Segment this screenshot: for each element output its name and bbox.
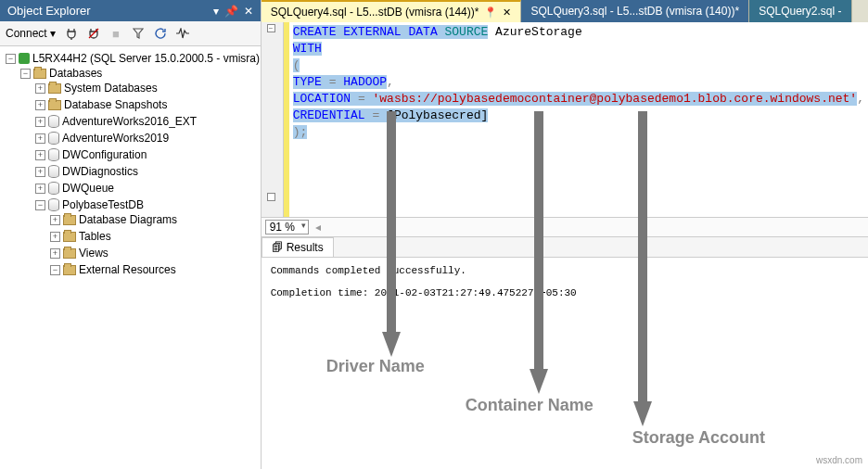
results-completion-time: Completion time: 2021-02-03T21:27:49.475…	[271, 287, 859, 298]
tab-active[interactable]: SQLQuery4.sql - L5...stDB (vmisra (144))…	[262, 0, 522, 22]
filter-icon[interactable]	[130, 25, 147, 42]
arrow-storage	[629, 111, 657, 431]
expand-icon[interactable]: +	[35, 150, 45, 160]
tree-label: AdventureWorks2019	[62, 132, 169, 145]
database-icon	[48, 182, 59, 195]
tree-item[interactable]: +AdventureWorks2016_EXT	[35, 115, 197, 128]
expand-icon[interactable]: +	[50, 248, 60, 259]
tree-label: Database Diagrams	[79, 213, 177, 226]
tree-label: Tables	[79, 230, 111, 243]
databases-label: Databases	[49, 67, 102, 80]
pin-icon[interactable]: 📍	[484, 6, 497, 19]
code-token: =	[358, 92, 365, 106]
folder-icon	[48, 100, 61, 110]
tree-item[interactable]: +DWDiagnostics	[35, 165, 138, 178]
expand-icon[interactable]: +	[35, 167, 45, 177]
tree-item[interactable]: +Database Snapshots	[35, 98, 167, 111]
tree-item[interactable]: +DWConfiguration	[35, 148, 147, 161]
plug-connect-icon[interactable]	[63, 25, 80, 42]
tree-item[interactable]: +DWQueue	[35, 182, 114, 195]
code-token: (	[293, 58, 300, 72]
folder-icon	[63, 215, 76, 225]
editor-region: SQLQuery4.sql - L5...stDB (vmisra (144))…	[262, 0, 868, 469]
fold-end-icon	[267, 193, 275, 201]
folder-icon	[63, 248, 76, 259]
expand-icon[interactable]: +	[35, 184, 45, 194]
tree-item[interactable]: +Views	[50, 247, 108, 260]
expand-icon[interactable]: +	[35, 100, 45, 110]
folder-icon	[63, 232, 76, 242]
scroll-left-icon[interactable]: ◂	[313, 221, 324, 234]
results-tab[interactable]: 🗐 Results	[262, 237, 334, 257]
close-icon[interactable]: ✕	[244, 5, 253, 18]
svg-marker-1	[382, 332, 401, 357]
tree-item[interactable]: −External Resources	[50, 263, 176, 276]
object-tree[interactable]: − L5RX44H2 (SQL Server 15.0.2000.5 - vmi…	[0, 46, 261, 469]
code-token: ,	[857, 92, 864, 106]
server-label: L5RX44H2 (SQL Server 15.0.2000.5 - vmisr…	[32, 52, 260, 65]
tab-inactive[interactable]: SQLQuery3.sql - L5...stDB (vmisra (140))…	[521, 0, 749, 22]
tree-label: DWQueue	[62, 182, 114, 195]
connect-button[interactable]: Connect ▾	[6, 27, 56, 40]
sql-editor[interactable]: − CREATE EXTERNAL DATA SOURCE AzureStora…	[262, 22, 868, 217]
fold-icon[interactable]: −	[267, 24, 275, 32]
expand-icon[interactable]: +	[50, 215, 60, 225]
tree-item[interactable]: +Database Diagrams	[50, 213, 177, 226]
code-token: CREATE EXTERNAL DATA	[293, 25, 438, 39]
zoom-select[interactable]: 91 %	[265, 220, 309, 234]
tree-label: DWDiagnostics	[62, 165, 138, 178]
zoom-bar: 91 % ◂	[262, 217, 868, 237]
dropdown-icon[interactable]: ▾	[213, 5, 219, 18]
arrow-container	[525, 111, 553, 399]
collapse-icon[interactable]: −	[35, 200, 45, 210]
code-token: SOURCE	[438, 25, 489, 39]
connect-toolbar: Connect ▾ ■	[0, 21, 261, 46]
results-tabs: 🗐 Results	[262, 237, 868, 258]
tree-label: PolybaseTestDB	[62, 198, 144, 211]
stop-icon[interactable]: ■	[108, 25, 124, 42]
results-tab-label: Results	[287, 241, 324, 254]
database-icon	[48, 165, 59, 178]
tab-label: SQLQuery2.sql -	[759, 5, 841, 18]
code-token: TYPE	[293, 75, 329, 89]
server-node[interactable]: − L5RX44H2 (SQL Server 15.0.2000.5 - vmi…	[6, 52, 261, 65]
tree-label: Views	[79, 247, 108, 260]
tree-item[interactable]: +Tables	[50, 230, 111, 243]
pin-icon[interactable]: 📌	[224, 5, 238, 18]
code-area[interactable]: CREATE EXTERNAL DATA SOURCE AzureStorage…	[289, 22, 868, 217]
plug-disconnect-icon[interactable]	[85, 25, 102, 42]
folder-icon	[48, 83, 61, 94]
watermark: wsxdn.com	[816, 455, 862, 465]
code-token: HADOOP	[336, 75, 387, 89]
tree-label: System Databases	[64, 82, 158, 95]
tab-inactive[interactable]: SQLQuery2.sql -	[749, 0, 851, 22]
tree-item[interactable]: +System Databases	[35, 82, 158, 95]
results-message: Commands completed successfully.	[271, 265, 859, 276]
collapse-icon[interactable]: −	[50, 265, 60, 275]
database-icon	[48, 115, 59, 128]
database-icon	[48, 132, 59, 145]
results-panel: Commands completed successfully. Complet…	[262, 258, 868, 469]
databases-node[interactable]: − Databases	[20, 67, 261, 80]
tree-item-polybase[interactable]: −PolybaseTestDB	[35, 198, 261, 211]
svg-marker-5	[633, 401, 652, 426]
expand-icon[interactable]: +	[35, 83, 45, 94]
server-icon	[19, 53, 30, 64]
expand-icon[interactable]: +	[50, 232, 60, 242]
close-icon[interactable]: ✕	[503, 6, 511, 19]
folder-icon	[63, 265, 76, 275]
activity-icon[interactable]	[174, 25, 191, 42]
tree-item[interactable]: +AdventureWorks2019	[35, 132, 169, 145]
editor-gutter: −	[262, 22, 284, 217]
tree-label: Database Snapshots	[64, 98, 167, 111]
expand-icon[interactable]: +	[35, 117, 45, 127]
expand-icon[interactable]: +	[35, 133, 45, 144]
refresh-icon[interactable]	[152, 25, 169, 42]
code-token: WITH	[293, 42, 322, 56]
code-token: );	[293, 125, 308, 139]
editor-tabs: SQLQuery4.sql - L5...stDB (vmisra (144))…	[262, 0, 868, 22]
collapse-icon[interactable]: −	[20, 69, 31, 79]
object-explorer-panel: Object Explorer ▾ 📌 ✕ Connect ▾ ■	[0, 0, 262, 469]
code-token: ,	[387, 75, 394, 89]
collapse-icon[interactable]: −	[6, 54, 16, 64]
